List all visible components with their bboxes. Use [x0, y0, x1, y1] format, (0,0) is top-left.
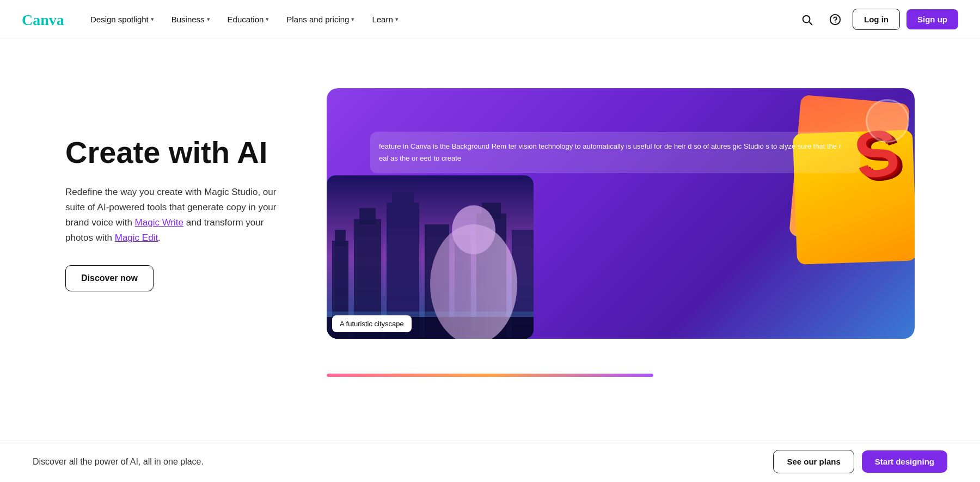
nav-design-spotlight[interactable]: Design spotlight ▾	[83, 10, 162, 28]
svg-point-20	[452, 205, 495, 254]
discover-now-button[interactable]: Discover now	[65, 265, 154, 291]
nav-learn[interactable]: Learn ▾	[364, 10, 406, 28]
svg-rect-7	[335, 230, 346, 246]
chevron-down-icon: ▾	[151, 16, 154, 23]
chevron-down-icon: ▾	[395, 16, 399, 23]
chevron-down-icon: ▾	[351, 16, 354, 23]
ai-text-overlay: feature in Canva is the Background Rem t…	[370, 132, 860, 173]
magic-edit-link[interactable]: Magic Edit	[115, 233, 158, 243]
svg-rect-11	[392, 192, 414, 208]
hero-title: Create with AI	[65, 136, 294, 169]
nav-education[interactable]: Education ▾	[220, 10, 277, 28]
canva-logo[interactable]: Canva	[22, 11, 65, 28]
hero-description: Redefine the way you create with Magic S…	[65, 185, 294, 246]
hero-image: feature in Canva is the Background Rem t…	[327, 88, 915, 339]
nav-links: Design spotlight ▾ Business ▾ Education …	[83, 10, 796, 28]
svg-line-2	[809, 22, 812, 25]
nav-actions: Log in Sign up	[796, 9, 958, 30]
chevron-down-icon: ▾	[207, 16, 210, 23]
chevron-down-icon: ▾	[266, 16, 269, 23]
help-button[interactable]	[824, 9, 846, 30]
svg-text:Canva: Canva	[22, 11, 64, 28]
hero-section: Create with AI Redefine the way you crea…	[0, 39, 980, 377]
hero-content: Create with AI Redefine the way you crea…	[65, 136, 327, 291]
login-button[interactable]: Log in	[853, 9, 900, 30]
decorative-circle	[866, 99, 909, 143]
search-button[interactable]	[796, 9, 818, 30]
navbar: Canva Design spotlight ▾ Business ▾ Educ…	[0, 0, 980, 39]
image-caption: A futuristic cityscape	[332, 315, 412, 332]
svg-rect-9	[359, 208, 376, 224]
magic-write-link[interactable]: Magic Write	[135, 217, 183, 228]
card-blue-cityscape: A futuristic cityscape	[327, 175, 534, 339]
decorative-bar	[327, 374, 653, 377]
hero-bg: feature in Canva is the Background Rem t…	[327, 88, 915, 339]
nav-plans-pricing[interactable]: Plans and pricing ▾	[279, 10, 362, 28]
signup-button[interactable]: Sign up	[906, 9, 958, 29]
nav-business[interactable]: Business ▾	[164, 10, 218, 28]
